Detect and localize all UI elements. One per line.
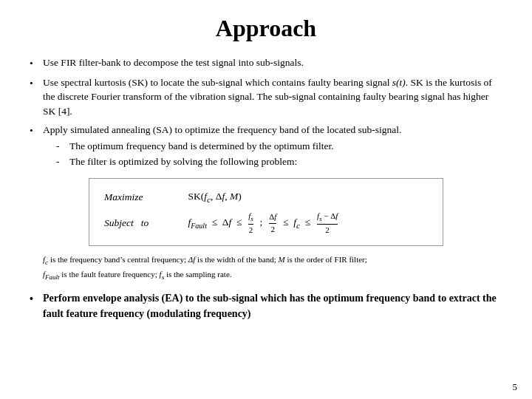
footnote-area: fc is the frequency band’s central frequ… bbox=[43, 253, 502, 283]
math-subject-label: Subject to bbox=[104, 216, 178, 231]
bottom-bullet-text: Perform envelope analysis (EA) to the su… bbox=[43, 290, 502, 321]
sub-bullet-1: - The optimum frequency band is determin… bbox=[56, 139, 502, 154]
bullet-text-1: Use FIR filter-bank to decompose the tes… bbox=[43, 55, 502, 70]
math-maximize-row: Maximize SK(fc, Δf, M) bbox=[104, 189, 428, 205]
page-number: 5 bbox=[513, 381, 518, 393]
bullet-dot-3: • bbox=[30, 123, 43, 138]
bottom-bullet-dot: • bbox=[30, 290, 43, 307]
content-area: • Use FIR filter-bank to decompose the t… bbox=[30, 55, 502, 321]
footnote-line1: fc is the frequency band’s central frequ… bbox=[43, 253, 502, 268]
math-subject-row: Subject to fFault ≤ Δf ≤ fs 2 ; Δf 2 bbox=[104, 211, 428, 235]
math-maximize-expr: SK(fc, Δf, M) bbox=[178, 189, 242, 205]
bullet-2: • Use spectral kurtosis (SK) to locate t… bbox=[30, 75, 502, 119]
math-subject-expr: fFault ≤ Δf ≤ fs 2 ; Δf 2 ≤ fc bbox=[178, 211, 339, 235]
bullet-3: • Apply simulated annealing (SA) to opti… bbox=[30, 123, 502, 169]
sub-text-2: The filter is optimized by solving the f… bbox=[69, 154, 502, 169]
math-maximize-label: Maximize bbox=[104, 190, 178, 205]
footnote-line2: fFault is the fault feature frequency; f… bbox=[43, 268, 502, 283]
sub-bullet-2: - The filter is optimized by solving the… bbox=[56, 154, 502, 169]
bullet-1: • Use FIR filter-bank to decompose the t… bbox=[30, 55, 502, 71]
slide-title: Approach bbox=[30, 15, 502, 42]
bullet-text-2: Use spectral kurtosis (SK) to locate the… bbox=[43, 75, 502, 119]
sub-text-1: The optimum frequency band is determined… bbox=[69, 139, 502, 154]
bullet-dot-1: • bbox=[30, 55, 43, 71]
bullet-text-3: Apply simulated annealing (SA) to optimi… bbox=[43, 123, 502, 169]
math-box: Maximize SK(fc, Δf, M) Subject to fFault… bbox=[89, 178, 443, 246]
bullet-dot-2: • bbox=[30, 75, 43, 91]
slide-container: Approach • Use FIR filter-bank to decomp… bbox=[0, 0, 532, 399]
sub-dash-2: - bbox=[56, 154, 69, 169]
bottom-bullet: • Perform envelope analysis (EA) to the … bbox=[30, 290, 502, 321]
sub-dash-1: - bbox=[56, 139, 69, 154]
